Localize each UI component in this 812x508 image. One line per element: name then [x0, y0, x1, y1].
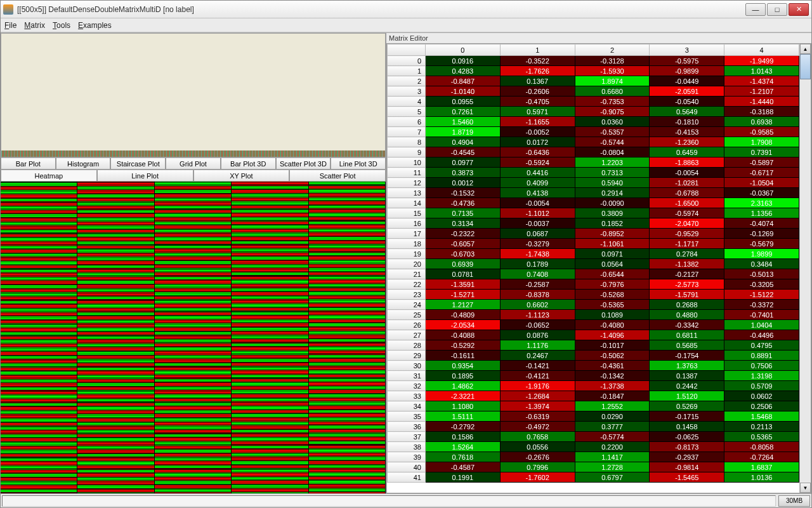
cell[interactable]: 0.7391 [724, 147, 799, 157]
row-header[interactable]: 23 [388, 290, 426, 300]
cell[interactable]: -0.5774 [575, 432, 650, 442]
cell[interactable]: -0.0625 [650, 432, 724, 442]
cell[interactable]: 0.1089 [575, 310, 650, 320]
menu-file[interactable]: File [4, 21, 16, 30]
cell[interactable]: -1.7602 [500, 472, 575, 483]
cell[interactable]: 0.1367 [500, 76, 575, 86]
cell[interactable]: -0.0449 [650, 76, 724, 86]
cell[interactable]: 1.4862 [426, 381, 501, 391]
cell[interactable]: -1.7438 [500, 249, 575, 259]
cell[interactable]: 0.7313 [575, 168, 650, 178]
row-header[interactable]: 5 [388, 107, 426, 117]
cell[interactable]: -0.0054 [500, 198, 575, 208]
cell[interactable]: -2.0591 [650, 86, 724, 97]
cell[interactable]: -1.1123 [500, 310, 575, 320]
cell[interactable]: -0.6436 [500, 147, 575, 157]
cell[interactable]: 0.3873 [426, 168, 501, 178]
cell[interactable]: -1.3738 [575, 381, 650, 391]
cell[interactable]: 1.1176 [500, 340, 575, 351]
cell[interactable]: -0.1847 [575, 391, 650, 401]
cell[interactable]: -0.2606 [500, 86, 575, 97]
row-header[interactable]: 11 [388, 168, 426, 178]
minimize-button[interactable]: — [745, 3, 766, 16]
row-header[interactable]: 29 [388, 351, 426, 361]
menu-matrix[interactable]: Matrix [24, 21, 45, 30]
cell[interactable]: 0.5709 [724, 381, 799, 391]
cell[interactable]: -0.4121 [500, 371, 575, 381]
cell[interactable]: -0.5365 [575, 300, 650, 310]
cell[interactable]: -0.3372 [724, 300, 799, 310]
cell[interactable]: -1.5791 [650, 290, 724, 300]
cell[interactable]: -0.5975 [650, 56, 724, 66]
cell[interactable]: 1.1417 [575, 452, 650, 462]
cell[interactable]: 0.4283 [426, 66, 501, 76]
cell[interactable]: 0.6797 [575, 472, 650, 483]
cell[interactable]: -0.4587 [426, 462, 501, 472]
cell[interactable]: -0.5679 [724, 239, 799, 249]
row-header[interactable]: 28 [388, 340, 426, 351]
cell[interactable]: 0.0602 [724, 391, 799, 401]
tab-scatter-plot[interactable]: Scatter Plot [289, 170, 386, 182]
cell[interactable]: -0.5357 [575, 127, 650, 137]
cell[interactable]: 1.3763 [650, 361, 724, 371]
row-header[interactable]: 7 [388, 127, 426, 137]
cell[interactable]: -0.4809 [426, 310, 501, 320]
row-header[interactable]: 40 [388, 462, 426, 472]
cell[interactable]: -0.5062 [575, 351, 650, 361]
cell[interactable]: 1.5111 [426, 411, 501, 422]
cell[interactable]: 1.9899 [724, 249, 799, 259]
cell[interactable]: -0.9585 [724, 127, 799, 137]
cell[interactable]: 0.9354 [426, 361, 501, 371]
cell[interactable]: -1.2360 [650, 137, 724, 147]
cell[interactable]: -2.0534 [426, 320, 501, 330]
cell[interactable]: 0.7506 [724, 361, 799, 371]
row-header[interactable]: 35 [388, 411, 426, 422]
cell[interactable]: -0.7353 [575, 97, 650, 107]
cell[interactable]: -0.4972 [500, 422, 575, 432]
row-header[interactable]: 0 [388, 56, 426, 66]
cell[interactable]: 1.2203 [575, 157, 650, 168]
cell[interactable]: -0.2127 [650, 269, 724, 279]
cell[interactable]: -1.4440 [724, 97, 799, 107]
cell[interactable]: 0.2914 [575, 188, 650, 198]
cell[interactable]: -1.9176 [500, 381, 575, 391]
cell[interactable]: 0.6811 [650, 330, 724, 340]
cell[interactable]: 0.1852 [575, 218, 650, 229]
tab-line-plot-3d[interactable]: Line Plot 3D [331, 158, 386, 170]
cell[interactable]: 0.3809 [575, 208, 650, 218]
cell[interactable]: -1.1717 [650, 239, 724, 249]
row-header[interactable]: 20 [388, 259, 426, 269]
cell[interactable]: -0.0090 [575, 198, 650, 208]
memory-button[interactable]: 30MB [778, 495, 810, 507]
row-header[interactable]: 38 [388, 442, 426, 452]
cell[interactable]: -0.1611 [426, 351, 501, 361]
cell[interactable]: 0.6938 [724, 117, 799, 127]
cell[interactable]: 1.3198 [724, 371, 799, 381]
vertical-scrollbar[interactable]: ▲ ▼ [799, 44, 811, 493]
cell[interactable]: -0.0367 [724, 188, 799, 198]
row-header[interactable]: 15 [388, 208, 426, 218]
cell[interactable]: 0.0977 [426, 157, 501, 168]
row-header[interactable]: 4 [388, 97, 426, 107]
cell[interactable]: 0.3134 [426, 218, 501, 229]
cell[interactable]: -0.3342 [650, 320, 724, 330]
matrix-table[interactable]: 0123400.0916-0.3522-0.3128-0.5975-1.9499… [387, 44, 799, 483]
cell[interactable]: -2.5773 [650, 279, 724, 290]
menu-tools[interactable]: Tools [53, 21, 70, 30]
row-header[interactable]: 30 [388, 361, 426, 371]
cell[interactable]: -0.3205 [724, 279, 799, 290]
cell[interactable]: -1.2684 [500, 391, 575, 401]
cell[interactable]: 1.2728 [575, 462, 650, 472]
col-header[interactable]: 0 [426, 44, 501, 56]
cell[interactable]: -0.0540 [650, 97, 724, 107]
cell[interactable]: -0.5897 [724, 157, 799, 168]
cell[interactable]: -0.5924 [500, 157, 575, 168]
cell[interactable]: 0.0971 [575, 249, 650, 259]
cell[interactable]: 0.1991 [426, 472, 501, 483]
cell[interactable]: -0.6319 [500, 411, 575, 422]
cell[interactable]: -0.8487 [426, 76, 501, 86]
cell[interactable]: -1.0140 [426, 86, 501, 97]
cell[interactable]: -0.1421 [500, 361, 575, 371]
cell[interactable]: 1.8974 [575, 76, 650, 86]
cell[interactable]: -0.3522 [500, 56, 575, 66]
